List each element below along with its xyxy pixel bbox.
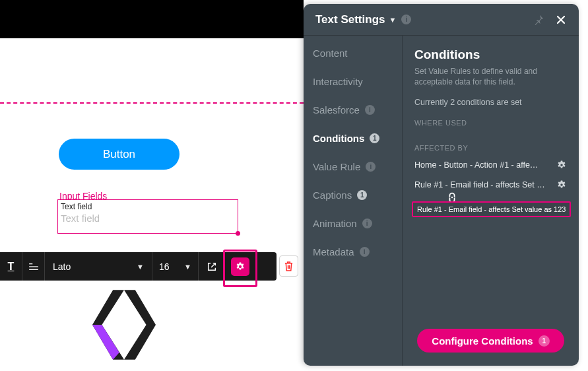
text-style-button[interactable]: T xyxy=(0,252,22,281)
font-size-select[interactable]: 16 ▼ xyxy=(152,252,199,281)
settings-panel: Text Settings ▼ i Content Interactivity … xyxy=(304,4,579,366)
tab-conditions[interactable]: Conditions1 xyxy=(313,133,402,144)
text-field-placeholder: Text field xyxy=(58,211,238,225)
tab-label: Conditions xyxy=(313,133,364,144)
panel-header: Text Settings ▼ i xyxy=(304,4,579,36)
tab-label: Salesforce xyxy=(313,104,360,116)
conditions-heading: Conditions xyxy=(414,48,567,62)
info-icon: i xyxy=(362,219,372,228)
conditions-description: Set Value Rules to define valid and acce… xyxy=(414,66,567,87)
configure-count-badge: 1 xyxy=(539,335,550,347)
text-field-element[interactable]: Text field Text field xyxy=(57,199,238,234)
count-badge: 1 xyxy=(357,190,367,200)
svg-point-5 xyxy=(451,197,453,199)
tab-label: Interactivity xyxy=(313,76,363,87)
rule-settings-button[interactable] xyxy=(556,180,567,190)
conditions-summary: Currently 2 conditions are set xyxy=(414,98,567,107)
tab-content[interactable]: Content xyxy=(313,48,402,59)
tab-metadata[interactable]: Metadatai xyxy=(313,246,402,257)
tab-label: Metadata xyxy=(313,246,354,257)
chevron-down-icon: ▼ xyxy=(184,263,191,271)
conditions-content: Conditions Set Value Rules to define val… xyxy=(403,36,579,366)
settings-button[interactable] xyxy=(225,252,255,281)
align-left-icon xyxy=(28,263,39,271)
rule-text: Home - Button - Action #1 - affe… xyxy=(414,160,551,170)
affected-rule[interactable]: Rule #1 - Email field - affects Set … Ru… xyxy=(414,180,567,190)
tab-value-rule[interactable]: Value Rulei xyxy=(313,161,402,172)
top-bar xyxy=(0,0,304,38)
affected-by-label: AFFECTED BY xyxy=(414,144,567,152)
editor-toolbar: T Lato ▼ 16 ▼ xyxy=(0,252,277,281)
text-field-label: Text field xyxy=(58,200,238,211)
tab-captions[interactable]: Captions1 xyxy=(313,189,402,201)
chevron-down-icon: ▼ xyxy=(137,263,144,271)
configure-conditions-button[interactable]: Configure Conditions 1 xyxy=(417,329,564,353)
tab-label: Captions xyxy=(313,189,352,201)
open-external-button[interactable] xyxy=(199,252,225,281)
close-button[interactable] xyxy=(554,13,568,27)
where-used-label: WHERE USED xyxy=(414,119,567,127)
configure-conditions-label: Configure Conditions xyxy=(432,335,533,347)
selection-handle[interactable] xyxy=(236,231,240,236)
panel-title-dropdown[interactable]: Text Settings ▼ xyxy=(315,13,396,26)
panel-title: Text Settings xyxy=(315,13,385,26)
font-size-value: 16 xyxy=(159,261,170,272)
app-logo xyxy=(84,285,164,364)
chevron-down-icon: ▼ xyxy=(389,16,396,24)
tab-salesforce[interactable]: Salesforcei xyxy=(313,104,402,116)
info-icon: i xyxy=(365,105,375,115)
align-button[interactable] xyxy=(22,252,45,281)
info-icon: i xyxy=(366,162,376,172)
open-external-icon xyxy=(207,261,217,272)
rule-text: Rule #1 - Email field - affects Set … xyxy=(414,180,551,189)
trash-icon xyxy=(284,261,294,272)
info-icon: i xyxy=(360,247,370,257)
settings-tabs: Content Interactivity Salesforcei Condit… xyxy=(304,36,403,366)
delete-button[interactable] xyxy=(279,255,298,277)
tab-label: Animation xyxy=(313,218,357,229)
tab-label: Content xyxy=(313,48,348,59)
canvas-button[interactable]: Button xyxy=(59,139,180,170)
close-icon xyxy=(556,15,566,25)
tab-animation[interactable]: Animationi xyxy=(313,218,402,229)
count-badge: 1 xyxy=(370,133,379,143)
section-divider xyxy=(0,102,304,104)
rule-settings-button[interactable] xyxy=(556,160,567,170)
canvas-button-label: Button xyxy=(103,148,135,161)
rule-tooltip: Rule #1 - Email field - affects Set valu… xyxy=(412,201,571,217)
tab-label: Value Rule xyxy=(313,161,360,172)
font-family-value: Lato xyxy=(53,261,71,272)
pin-icon[interactable] xyxy=(533,14,544,26)
info-icon[interactable]: i xyxy=(401,15,411,24)
font-family-select[interactable]: Lato ▼ xyxy=(45,252,152,281)
gear-icon xyxy=(235,261,245,272)
tab-interactivity[interactable]: Interactivity xyxy=(313,76,402,87)
affected-rule[interactable]: Home - Button - Action #1 - affe… xyxy=(414,160,567,170)
